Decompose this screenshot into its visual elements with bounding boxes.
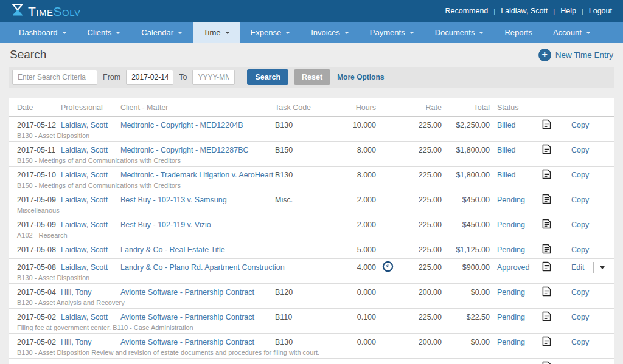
timer-clock-icon[interactable]	[382, 261, 394, 274]
client-matter-link[interactable]: Landry & Co - Plano Rd. Apartment Constr…	[120, 263, 285, 272]
professional-link[interactable]: Laidlaw, Scott	[61, 263, 108, 272]
topbar-link-logout[interactable]: Logout	[589, 7, 612, 15]
note-document-icon[interactable]	[542, 361, 551, 364]
reset-button[interactable]: Reset	[294, 69, 330, 85]
note-document-icon[interactable]	[542, 336, 551, 348]
client-matter-link[interactable]: Medtronic - Trademark Litigation v. Aero…	[120, 171, 273, 179]
nav-item-reports[interactable]: Reports	[494, 22, 543, 43]
client-matter-link[interactable]: Medtronic - Copyright - MED12204B	[120, 121, 243, 129]
status-link[interactable]: Pending	[497, 246, 525, 254]
note-document-icon[interactable]	[542, 219, 551, 231]
total-value: $450.00	[442, 196, 490, 204]
action-link[interactable]: Edit	[571, 263, 585, 272]
time-entries-table: Date Professional Client - Matter Task C…	[9, 98, 614, 364]
edit-dropdown-caret-icon[interactable]	[600, 266, 605, 269]
topbar-link-recommend[interactable]: Recommend	[445, 7, 488, 15]
chevron-down-icon	[62, 32, 67, 34]
separator: |	[582, 7, 583, 15]
status-link[interactable]: Billed	[497, 146, 516, 154]
client-matter-link[interactable]: Best Buy - 102-113 v. Samsung	[120, 196, 227, 204]
page-header: Search + New Time Entry	[0, 43, 623, 67]
note-document-icon[interactable]	[542, 194, 551, 206]
action-link[interactable]: Copy	[571, 171, 589, 179]
total-value: $1,800.00	[442, 171, 490, 179]
action-link[interactable]: Copy	[571, 246, 589, 254]
note-document-icon[interactable]	[542, 169, 551, 181]
total-value: $0.00	[442, 338, 490, 346]
topbar-link-laidlaw-scott[interactable]: Laidlaw, Scott	[501, 7, 548, 15]
status-link[interactable]: Billed	[497, 171, 516, 179]
hours-value: 2.000	[329, 196, 376, 204]
professional-link[interactable]: Laidlaw, Scott	[61, 196, 108, 204]
status-link[interactable]: Billed	[497, 121, 516, 129]
action-link[interactable]: Copy	[571, 146, 589, 154]
plus-circle-icon: +	[538, 49, 551, 61]
entry-date: 2017-05-08	[17, 246, 61, 254]
action-link[interactable]: Copy	[571, 121, 589, 129]
hours-value: 8.000	[329, 171, 376, 179]
nav-item-dashboard[interactable]: Dashboard	[9, 22, 77, 43]
nav-item-account[interactable]: Account	[543, 22, 601, 43]
chevron-down-icon	[409, 32, 414, 34]
note-document-icon[interactable]	[542, 286, 551, 298]
task-code: B150	[275, 146, 329, 154]
professional-link[interactable]: Laidlaw, Scott	[61, 313, 108, 321]
note-document-icon[interactable]	[542, 311, 551, 323]
professional-link[interactable]: Laidlaw, Scott	[61, 221, 108, 229]
client-matter-link[interactable]: Landry & Co - Real Estate Title	[120, 246, 225, 254]
from-date-input[interactable]	[126, 70, 173, 85]
nav-item-expense[interactable]: Expense	[240, 22, 301, 43]
more-options-link[interactable]: More Options	[337, 73, 384, 81]
action-divider	[593, 262, 594, 273]
action-link[interactable]: Copy	[571, 313, 589, 321]
client-matter-link[interactable]: Best Buy - 102-119 v. Vizio	[120, 221, 211, 229]
search-criteria-input[interactable]	[12, 70, 97, 85]
search-toolbar: From To Search Reset More Options	[9, 67, 614, 88]
nav-item-calendar[interactable]: Calendar	[131, 22, 193, 43]
nav-item-time[interactable]: Time	[193, 22, 240, 43]
action-link[interactable]: Copy	[571, 288, 589, 297]
nav-item-payments[interactable]: Payments	[360, 22, 425, 43]
note-document-icon[interactable]	[542, 244, 551, 256]
nav-item-invoices[interactable]: Invoices	[301, 22, 360, 43]
status-link[interactable]: Pending	[497, 221, 525, 229]
header-hours: Hours	[329, 103, 376, 112]
entry-note: B150 - Meetings of and Communications wi…	[9, 157, 614, 165]
entry-date: 2017-05-08	[17, 263, 61, 272]
professional-link[interactable]: Laidlaw, Scott	[61, 246, 108, 254]
action-link[interactable]: Copy	[571, 338, 589, 346]
new-time-entry-button[interactable]: + New Time Entry	[538, 49, 613, 61]
search-button[interactable]: Search	[247, 69, 288, 85]
nav-item-clients[interactable]: Clients	[77, 22, 131, 43]
note-document-icon[interactable]	[542, 144, 551, 156]
action-link[interactable]: Copy	[571, 196, 589, 204]
status-link[interactable]: Pending	[497, 288, 525, 297]
client-matter-link[interactable]: Avionte Software - Partnership Contract	[120, 313, 254, 321]
action-link[interactable]: Copy	[571, 221, 589, 229]
entry-note: B130 - Asset Disposition Review and revi…	[9, 349, 614, 357]
client-matter-link[interactable]: Medtronic - Copyright - MED12287BC	[120, 146, 249, 154]
status-link[interactable]: Pending	[497, 338, 525, 346]
timesolv-logo[interactable]: TimeSolv	[11, 3, 80, 19]
professional-link[interactable]: Laidlaw, Scott	[61, 146, 108, 154]
professional-link[interactable]: Hill, Tony	[61, 288, 91, 297]
table-row: 2017-05-08 Laidlaw, Scott Landry & Co - …	[9, 259, 614, 284]
entry-date: 2017-05-09	[17, 221, 61, 229]
professional-link[interactable]: Hill, Tony	[61, 338, 91, 346]
topbar-link-help[interactable]: Help	[560, 7, 576, 15]
client-matter-link[interactable]: Avionte Software - Partnership Contract	[120, 338, 254, 346]
header-status: Status	[497, 103, 537, 112]
professional-link[interactable]: Laidlaw, Scott	[61, 171, 108, 179]
new-time-entry-label: New Time Entry	[555, 50, 613, 60]
professional-link[interactable]: Laidlaw, Scott	[61, 121, 108, 129]
client-matter-link[interactable]: Avionte Software - Partnership Contract	[120, 288, 254, 297]
table-row: 2017-05-09 Laidlaw, Scott Best Buy - 102…	[9, 216, 614, 241]
status-link[interactable]: Pending	[497, 313, 525, 321]
entry-note: A102 - Research	[9, 232, 614, 239]
status-link[interactable]: Pending	[497, 196, 525, 204]
to-date-input[interactable]	[192, 70, 235, 85]
note-document-icon[interactable]	[542, 261, 551, 273]
status-link[interactable]: Approved	[497, 263, 530, 272]
note-document-icon[interactable]	[542, 119, 551, 131]
nav-item-documents[interactable]: Documents	[425, 22, 495, 43]
